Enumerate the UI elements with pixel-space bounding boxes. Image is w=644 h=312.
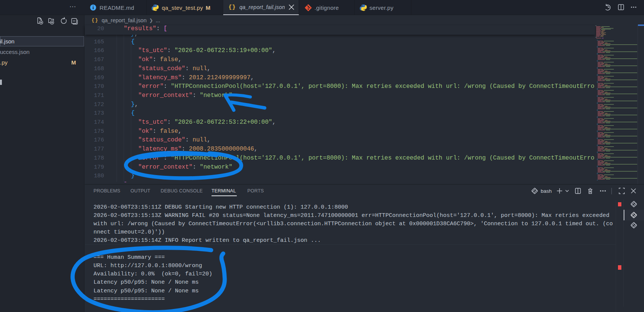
svg-text:bash: bash xyxy=(541,188,552,194)
